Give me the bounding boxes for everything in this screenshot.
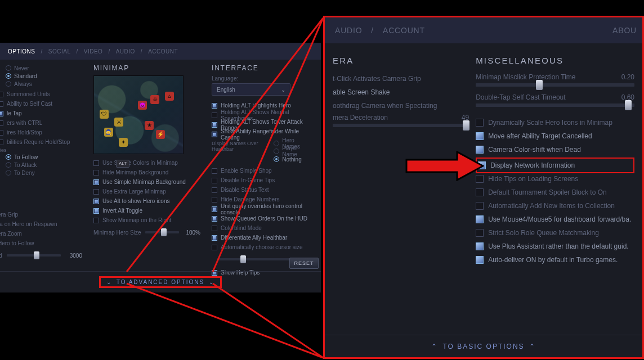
auto-cursor-size-checkbox[interactable]: Automatically choose cursor size [212,243,313,251]
chevron-up-icon: ⌃ [529,343,536,350]
unit-query-override-checkbox[interactable]: Unit query overrides hero control consol… [212,205,313,213]
rightclick-follow-radio[interactable]: To Follow [6,153,82,161]
chevron-down-icon: ⌄ [106,279,112,285]
camera-section-title: ERA [333,56,469,65]
settings-tabs-left: OPTIONS / SOCIAL / VIDEO / AUDIO / ACCOU… [0,43,321,60]
camera-speed-standard-radio[interactable]: Standard [6,72,82,80]
hero-to-follow-checkbox[interactable]: Hero to Follow [0,239,82,248]
cursor-size-slider[interactable] [217,254,290,265]
tab-about-right[interactable]: ABOU [612,26,637,35]
ctrl-modifiers-checkbox[interactable]: ers with CTRL [0,119,82,127]
camera-advanced-column: ERA t-Click Activates Camera Grip able S… [333,52,472,329]
basic-options-panel: OPTIONS / SOCIAL / VIDEO / AUDIO / ACCOU… [0,42,321,292]
auto-deliver-turbo-checkbox[interactable]: Auto-deliver ON by default in Turbo game… [476,254,634,266]
smoothdrag-spectate-checkbox[interactable]: oothdrag Camera when Spectating [333,100,469,111]
camera-grip-checkbox[interactable]: era Grip [0,210,82,219]
advanced-options-body: ERA t-Click Activates Camera Grip able S… [325,43,642,335]
minimap-section-title: MINIMAP [93,64,200,72]
minimap-simple-colors-checkbox[interactable]: Use Simple Colors in Minimap [93,159,200,167]
camera-colorshift-dead-checkbox[interactable]: Camera Color-shift when Dead [476,144,634,155]
rightclick-attack-radio[interactable]: To Attack [6,161,82,169]
tab-video[interactable]: VIDEO [84,48,103,55]
enable-simple-shop-checkbox[interactable]: Enable Simple Shop [212,166,313,175]
plus-assistant-checkbox[interactable]: Use Plus Assistant rather than the defau… [476,241,634,252]
minimap-extra-large-checkbox[interactable]: Use Extra Large Minimap [93,187,200,196]
miscellaneous-section-title: MISCELLANEOUS [476,56,634,65]
minimap-misclick-protection-slider[interactable]: Minimap Misclick Protection Time 0.20 [476,73,634,87]
healthbar-playernames-radio[interactable]: Player Name [274,147,313,155]
disable-screen-shake-checkbox[interactable]: able Screen Shake [333,87,469,98]
tab-account[interactable]: ACCOUNT [148,48,178,55]
tab-audio[interactable]: AUDIO [116,48,135,55]
tab-account-right[interactable]: ACCOUNT [383,26,425,35]
disable-tips-checkbox[interactable]: Disable In-Game Tips [212,176,313,184]
doubletap-selfcast-slider[interactable]: Double-Tap Self Cast Timeout 0.60 [476,93,634,107]
abilities-holdstop-checkbox[interactable]: bilities Require Hold/Stop [0,138,82,146]
advanced-options-footer: ⌄ TO ADVANCED OPTIONS ⌄ [0,271,321,292]
tournament-spoiler-block-checkbox[interactable]: Default Tournament Spoiler Block to On [476,187,634,198]
interface-section-title: INTERFACE [212,64,313,72]
chevron-up-icon: ⌃ [431,343,438,350]
advanced-options-zoom-panel: AUDIO / ACCOUNT ABOU ERA t-Click Activat… [323,16,644,359]
interface-column: INTERFACE Language: English ⌄ Holding AL… [206,60,319,273]
healthbar-names-label: Display Names Over Healthbar [212,141,274,152]
hide-loading-tips-checkbox[interactable]: Hide Tips on Loading Screens [476,173,634,184]
minimap-right-checkbox[interactable]: Show Minimap on the Right [93,216,200,224]
minimap-simple-bg-checkbox[interactable]: Use Simple Minimap Background [93,178,200,186]
move-after-cancel-checkbox[interactable]: Move after Ability Target Cancelled [476,130,634,142]
self-cast-ability-checkbox[interactable]: Ability to Self Cast [0,100,82,108]
double-tap-checkbox[interactable]: le Tap [0,109,82,118]
chevron-down-icon: ⌄ [281,87,285,93]
miscellaneous-column: MISCELLANEOUS Minimap Misclick Protectio… [472,52,634,329]
tab-audio-right[interactable]: AUDIO [335,26,362,35]
settings-tabs-right: AUDIO / ACCOUNT ABOU [325,17,642,43]
camera-deceleration-slider[interactable]: mera Deceleration 49 [333,114,469,127]
strict-solo-role-checkbox[interactable]: Strict Solo Role Queue Matchmaking [476,227,634,238]
chevron-down-icon: ⌄ [209,279,214,285]
camera-column: Never Standard Always Summoned Units Abi… [0,60,88,273]
dynamic-scale-icons-checkbox[interactable]: Dynamically Scale Hero Icons in Minimap [476,117,634,128]
camera-speed-slider[interactable]: id 3000 [0,250,82,261]
colorblind-mode-checkbox[interactable]: Colorblind Mode [212,224,313,232]
alt-overlay-tag: ALT [116,160,129,168]
show-queued-orders-checkbox[interactable]: Show Queued Orders On the HUD [212,214,313,223]
minimap-invert-alt-checkbox[interactable]: Invert Alt Toggle [93,206,200,215]
tab-options[interactable]: OPTIONS [8,48,35,55]
basic-options-body: Never Standard Always Summoned Units Abi… [0,60,321,273]
to-advanced-options-button[interactable]: ⌄ TO ADVANCED OPTIONS ⌄ [99,276,222,288]
minimap-hero-size-slider[interactable]: Minimap Hero Size 100% [93,227,200,238]
minimap-alt-hero-icons-checkbox[interactable]: Use Alt to show Hero icons [93,197,200,205]
language-label: Language: [212,75,313,82]
camera-speed-always-radio[interactable]: Always [6,80,82,88]
rightclick-deny-radio[interactable]: To Deny [6,169,82,177]
requires-holdstop-checkbox[interactable]: ires Hold/Stop [0,128,82,137]
display-network-information-highlight: Display Network Information [476,158,634,173]
minimap-preview: 🧙 ⚔ 🛡 ✦ 👿 ☠ 🜂 ⚡ ★ [93,75,184,154]
minimap-column: MINIMAP 🧙 ⚔ 🛡 ✦ 👿 ☠ 🜂 ⚡ ★ Use Simple Col… [88,60,206,273]
auto-add-items-checkbox[interactable]: Automatically Add New Items to Collectio… [476,200,634,212]
svg-line-3 [213,284,323,358]
camera-zoom-checkbox[interactable]: era Zoom [0,230,82,238]
disable-status-text-checkbox[interactable]: Disable Status Text [212,186,313,194]
rightclick-camera-grip-checkbox[interactable]: t-Click Activates Camera Grip [333,73,469,84]
reset-button[interactable]: RESET [289,258,319,269]
display-network-information-checkbox[interactable]: Display Network Information [478,160,632,171]
center-on-respawn-checkbox[interactable]: ra on Hero on Respawn [0,220,82,228]
language-dropdown[interactable]: English ⌄ [212,83,290,96]
camera-speed-never-radio[interactable]: Never [6,64,82,72]
summoned-units-checkbox[interactable]: Summoned Units [0,90,82,98]
mouse4-mouse5-dashboard-checkbox[interactable]: Use Mouse4/Mouse5 for dashboard forward/… [476,214,634,225]
tab-social[interactable]: SOCIAL [48,48,71,55]
svg-line-1 [127,284,323,358]
to-basic-options-button[interactable]: ⌃ TO BASIC OPTIONS ⌃ [325,335,642,357]
minimap-hide-bg-checkbox[interactable]: Hide Minimap Background [93,168,200,177]
diff-ally-healthbar-checkbox[interactable]: Differentiate Ally Healthbar [212,233,313,242]
